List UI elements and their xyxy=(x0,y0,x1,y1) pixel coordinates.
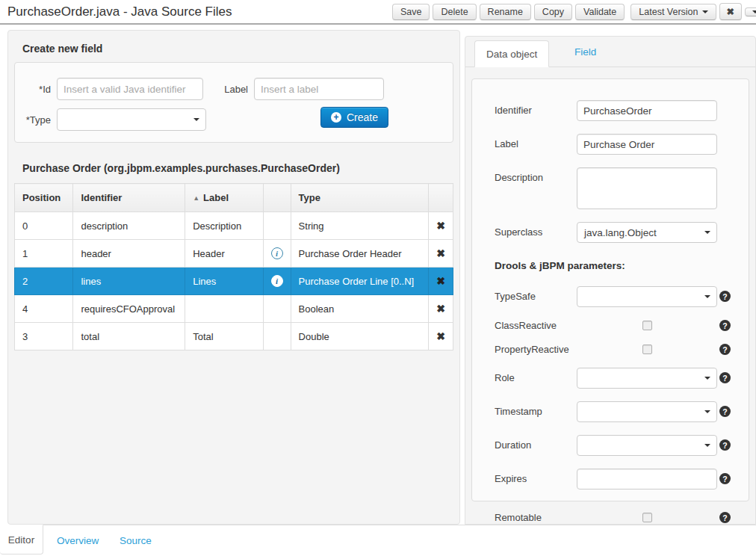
table-row[interactable]: 1headerHeaderiPurchase Order Header✖ xyxy=(15,240,453,268)
cell-delete[interactable]: ✖ xyxy=(429,295,453,323)
cell-label[interactable]: Header xyxy=(185,240,263,268)
cell-position[interactable]: 4 xyxy=(15,295,73,323)
chevron-down-icon xyxy=(704,231,710,234)
editor-panel: Create new field *Id Label *Type + Creat… xyxy=(7,30,460,525)
cell-position[interactable]: 0 xyxy=(15,212,73,240)
drools-jbpm-params-title: Drools & jBPM parameters: xyxy=(472,256,749,286)
help-icon[interactable]: ? xyxy=(719,372,731,383)
help-icon[interactable]: ? xyxy=(719,473,731,484)
create-button[interactable]: + Create xyxy=(320,107,388,128)
cell-info[interactable]: i xyxy=(263,268,291,295)
cell-delete[interactable]: ✖ xyxy=(429,212,453,240)
table-row[interactable]: 3totalTotalDouble✖ xyxy=(15,323,453,350)
timestamp-select[interactable] xyxy=(577,401,717,422)
cell-delete[interactable]: ✖ xyxy=(429,323,453,350)
chevron-down-icon xyxy=(704,444,710,447)
cell-type[interactable]: Purchase Order Header xyxy=(291,240,429,268)
column-header-position[interactable]: Position xyxy=(15,184,73,212)
cell-info[interactable] xyxy=(263,295,291,323)
help-icon[interactable]: ? xyxy=(719,406,731,417)
cell-position[interactable]: 2 xyxy=(15,268,73,295)
chevron-down-icon xyxy=(193,118,199,121)
cell-identifier[interactable]: requiresCFOApproval xyxy=(73,295,185,323)
delete-icon[interactable]: ✖ xyxy=(436,275,445,287)
cell-identifier[interactable]: header xyxy=(73,240,185,268)
cell-label[interactable]: Description xyxy=(185,212,263,240)
copy-button[interactable]: Copy xyxy=(534,4,572,20)
cell-identifier[interactable]: description xyxy=(73,212,185,240)
delete-icon[interactable]: ✖ xyxy=(436,303,445,315)
delete-icon[interactable]: ✖ xyxy=(436,247,445,259)
id-input[interactable] xyxy=(57,78,203,100)
propertyreactive-checkbox[interactable] xyxy=(642,345,652,354)
remotable-checkbox[interactable] xyxy=(642,513,652,522)
superclass-select[interactable]: java.lang.Object xyxy=(577,222,717,243)
role-select[interactable] xyxy=(577,368,717,389)
delete-button[interactable]: Delete xyxy=(433,4,476,20)
tab-data-object[interactable]: Data object xyxy=(474,40,549,67)
cell-identifier[interactable]: lines xyxy=(73,268,185,295)
column-header-identifier[interactable]: Identifier xyxy=(73,184,185,212)
type-select[interactable] xyxy=(57,108,206,131)
expires-input[interactable] xyxy=(577,469,717,489)
classreactive-checkbox[interactable] xyxy=(642,321,652,330)
latest-version-button[interactable]: Latest Version xyxy=(630,4,716,20)
cell-delete[interactable]: ✖ xyxy=(429,268,453,295)
plus-circle-icon: + xyxy=(331,112,341,123)
identifier-input[interactable] xyxy=(577,100,717,121)
help-icon[interactable]: ? xyxy=(719,344,731,355)
label-input[interactable] xyxy=(577,134,717,155)
column-header-type[interactable]: Type xyxy=(291,184,429,212)
table-row[interactable]: 2linesLinesiPurchase Order Line [0..N]✖ xyxy=(15,268,453,295)
tab-overview[interactable]: Overview xyxy=(57,525,99,555)
more-options-button[interactable] xyxy=(745,7,756,16)
table-row[interactable]: 4requiresCFOApprovalBoolean✖ xyxy=(15,295,453,323)
cell-info[interactable] xyxy=(263,212,291,240)
chevron-down-icon xyxy=(704,410,710,413)
table-row[interactable]: 0descriptionDescriptionString✖ xyxy=(15,212,453,240)
column-header-info xyxy=(263,184,291,212)
info-icon[interactable]: i xyxy=(271,247,283,259)
label-input[interactable] xyxy=(254,78,384,100)
view-tabbar: Editor Overview Source xyxy=(0,525,756,556)
chevron-down-icon xyxy=(704,295,710,298)
save-button[interactable]: Save xyxy=(392,4,430,20)
cell-type[interactable]: String xyxy=(291,212,429,240)
close-button[interactable]: ✖ xyxy=(719,3,742,20)
duration-select[interactable] xyxy=(577,435,717,456)
cell-label[interactable]: Total xyxy=(185,323,263,350)
property-label: Duration xyxy=(495,435,577,451)
cell-label[interactable]: Lines xyxy=(185,268,263,295)
help-icon[interactable]: ? xyxy=(719,291,731,302)
typesafe-select[interactable] xyxy=(577,286,717,307)
delete-icon[interactable]: ✖ xyxy=(436,220,445,232)
cell-type[interactable]: Boolean xyxy=(291,295,429,323)
tab-editor[interactable]: Editor xyxy=(0,525,43,555)
fields-table: Position Identifier ▲Label Type 0descrip… xyxy=(14,183,453,350)
help-icon[interactable]: ? xyxy=(719,320,731,331)
tab-source[interactable]: Source xyxy=(120,525,152,555)
property-row-expires: Expires? xyxy=(472,469,749,489)
property-row-description: Description xyxy=(472,167,749,209)
property-row-identifier: Identifier xyxy=(472,100,749,121)
delete-icon[interactable]: ✖ xyxy=(436,330,445,342)
cell-position[interactable]: 1 xyxy=(15,240,73,268)
help-icon[interactable]: ? xyxy=(719,439,731,451)
cell-type[interactable]: Double xyxy=(291,323,429,350)
description-textarea[interactable] xyxy=(577,167,717,209)
close-icon: ✖ xyxy=(727,6,734,17)
cell-delete[interactable]: ✖ xyxy=(429,240,453,268)
tab-field[interactable]: Field xyxy=(563,37,607,67)
validate-button[interactable]: Validate xyxy=(575,4,625,20)
help-icon[interactable]: ? xyxy=(719,512,731,523)
cell-position[interactable]: 3 xyxy=(15,323,73,350)
rename-button[interactable]: Rename xyxy=(480,4,531,20)
info-icon[interactable]: i xyxy=(271,275,283,287)
property-label: PropertyReactive xyxy=(495,344,577,355)
cell-info[interactable] xyxy=(263,323,291,350)
cell-label[interactable] xyxy=(185,295,263,323)
cell-identifier[interactable]: total xyxy=(73,323,185,350)
column-header-label[interactable]: ▲Label xyxy=(185,184,263,212)
cell-type[interactable]: Purchase Order Line [0..N] xyxy=(291,268,429,295)
cell-info[interactable]: i xyxy=(263,240,291,268)
